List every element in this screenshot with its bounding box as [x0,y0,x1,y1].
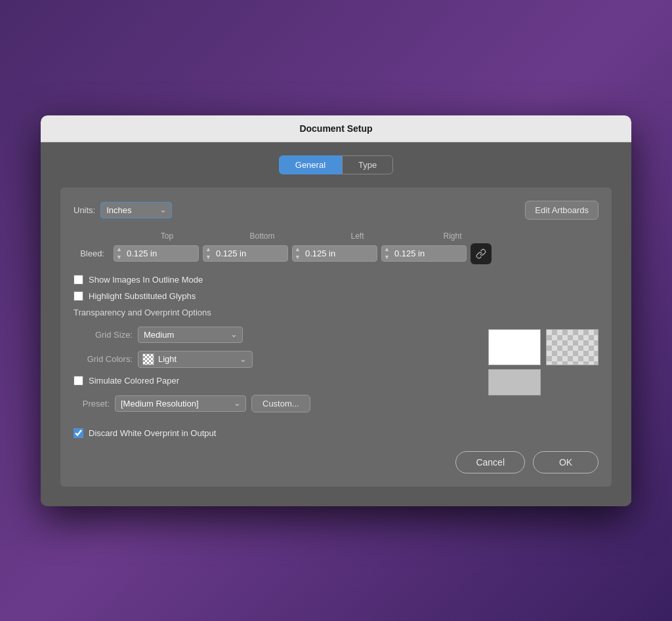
link-icon [476,249,486,259]
show-images-row: Show Images In Outline Mode [74,275,598,285]
bleed-right-input[interactable]: ▲ ▼ [381,245,467,262]
bleed-right-header: Right [405,231,500,241]
units-left: Units: Inches Pixels Points Picas Millim… [74,202,172,218]
grid-colors-label: Grid Colors: [74,354,133,364]
checker-icon [142,353,154,365]
grid-colors-dropdown[interactable]: Light [138,351,253,368]
bleed-section: Top Bottom Left Right Bleed: ▲ ▼ [74,231,598,264]
preset-select[interactable]: [High Resolution] [Medium Resolution] [L… [115,395,246,412]
preset-label: Preset: [74,399,110,409]
grid-size-select[interactable]: Small Medium Large [138,327,243,343]
preview-gray-box [488,369,541,395]
units-select-wrapper: Inches Pixels Points Picas Millimeters C… [100,202,172,218]
highlight-glyphs-row: Highlight Substituted Glyphs [74,291,598,301]
preview-bottom-row [488,369,598,395]
transparency-previews [488,329,598,395]
simulate-paper-checkbox[interactable] [74,376,83,386]
grid-size-select-wrapper: Small Medium Large [138,327,243,343]
grid-size-label: Grid Size: [74,330,133,340]
bleed-left-spinner[interactable]: ▲ ▼ [293,246,303,261]
bleed-top-value[interactable] [124,246,199,261]
highlight-glyphs-label: Highlight Substituted Glyphs [89,291,196,301]
units-select[interactable]: Inches Pixels Points Picas Millimeters C… [100,202,172,218]
preset-select-wrapper: [High Resolution] [Medium Resolution] [L… [115,395,246,412]
bleed-bottom-header: Bottom [215,231,310,241]
bleed-bottom-value[interactable] [213,246,288,261]
tabs-row: General Type [60,155,612,174]
dialog-title: Document Setup [299,123,372,134]
bleed-left-value[interactable] [303,246,377,261]
bleed-right-spinner[interactable]: ▲ ▼ [382,246,392,261]
units-label: Units: [74,205,95,215]
content-area: Units: Inches Pixels Points Picas Millim… [60,188,612,487]
tab-type[interactable]: Type [342,155,393,174]
tab-general[interactable]: General [279,155,342,174]
bleed-top-header: Top [119,231,215,241]
transparency-heading: Transparency and Overprint Options [74,308,598,317]
dialog-titlebar: Document Setup [41,115,631,142]
bleed-bottom-input[interactable]: ▲ ▼ [203,245,288,262]
highlight-glyphs-checkbox[interactable] [74,291,83,301]
bleed-left-input[interactable]: ▲ ▼ [292,245,377,262]
show-images-label: Show Images In Outline Mode [89,275,203,285]
edit-artboards-button[interactable]: Edit Artboards [525,201,598,220]
show-images-checkbox[interactable] [74,275,83,285]
grid-controls: Grid Size: Small Medium Large Grid Color… [74,327,475,422]
preview-checker-box [546,329,598,365]
preview-white-box [488,329,541,365]
bleed-left-header: Left [310,231,405,241]
simulate-paper-row: Simulate Colored Paper [74,376,475,386]
preset-row: Preset: [High Resolution] [Medium Resolu… [74,395,475,412]
custom-button[interactable]: Custom... [251,395,310,412]
grid-colors-value: Light [158,354,177,364]
discard-white-checkbox[interactable] [74,428,83,438]
simulate-paper-label: Simulate Colored Paper [89,376,179,386]
bleed-right-value[interactable] [392,246,467,261]
grid-options: Grid Size: Small Medium Large Grid Color… [74,327,598,422]
document-setup-dialog: Document Setup General Type Units: Inche… [41,115,631,506]
units-row: Units: Inches Pixels Points Picas Millim… [74,201,598,220]
bleed-top-spinner[interactable]: ▲ ▼ [114,246,124,261]
ok-button[interactable]: OK [533,451,598,473]
cancel-button[interactable]: Cancel [455,451,525,473]
dialog-body: General Type Units: Inches Pixels Points… [41,142,631,506]
bleed-bottom-spinner[interactable]: ▲ ▼ [203,246,213,261]
discard-white-row: Discard White Overprint in Output [74,428,598,438]
grid-colors-row: Grid Colors: Light [74,351,475,368]
bleed-top-input[interactable]: ▲ ▼ [114,245,199,262]
link-bleed-button[interactable] [471,243,492,264]
dialog-footer: Cancel OK [74,451,598,473]
bleed-label: Bleed: [74,249,110,258]
bleed-inputs-row: Bleed: ▲ ▼ ▲ ▼ [74,243,598,264]
discard-white-label: Discard White Overprint in Output [89,428,216,438]
grid-size-row: Grid Size: Small Medium Large [74,327,475,343]
bleed-headers: Top Bottom Left Right [74,231,598,241]
preview-top-row [488,329,598,365]
